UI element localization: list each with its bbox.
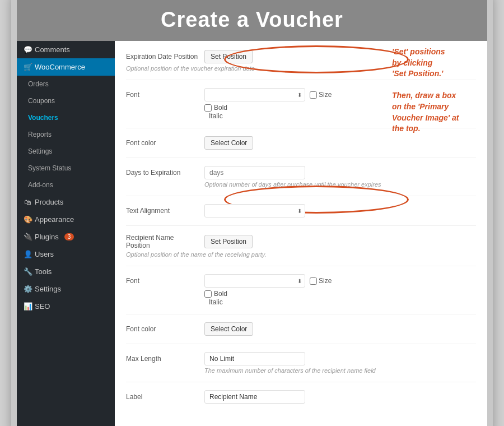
label-input[interactable] bbox=[204, 390, 305, 404]
settings-icon: ⚙️ bbox=[24, 285, 31, 293]
sidebar-label-vouchers: Vouchers bbox=[28, 114, 58, 122]
font-select-2[interactable] bbox=[204, 274, 305, 288]
recipient-name-position-field: Recipient Name Position Set Position bbox=[126, 234, 476, 249]
recipient-name-help: Optional position of the name of the rec… bbox=[126, 251, 476, 258]
select-color-btn-2[interactable]: Select Color bbox=[204, 322, 253, 336]
sidebar-item-comments[interactable]: 💬 Comments bbox=[17, 41, 115, 58]
sidebar-item-products[interactable]: 🛍 Products bbox=[17, 193, 115, 211]
sidebar-item-orders[interactable]: Orders bbox=[17, 76, 115, 92]
size-checkbox-2[interactable] bbox=[310, 277, 317, 285]
size-label-1: Size bbox=[310, 91, 332, 99]
sidebar-item-users[interactable]: 👤 Users bbox=[17, 246, 115, 263]
italic-checkbox-label-1: Italic bbox=[209, 112, 223, 120]
font-select-1[interactable] bbox=[204, 88, 305, 101]
bold-checkbox-1[interactable] bbox=[204, 104, 212, 112]
sidebar-item-system-status[interactable]: System Status bbox=[17, 160, 115, 177]
set-position-btn-2[interactable]: Set Position bbox=[204, 235, 253, 248]
title-area: Create a Voucher bbox=[17, 0, 487, 41]
sidebar-label-users: Users bbox=[35, 250, 54, 258]
text-alignment-label: Text Alignment bbox=[126, 207, 199, 215]
font-color-field-1: Font color Select Color bbox=[126, 136, 476, 150]
italic-checkbox-label-2: Italic bbox=[209, 298, 223, 306]
text-alignment-select[interactable] bbox=[204, 204, 305, 217]
recipient-name-position-row: Recipient Name Position Set Position Opt… bbox=[126, 234, 476, 266]
annotation-line7: Voucher Image' at bbox=[392, 113, 482, 124]
max-length-input[interactable] bbox=[204, 352, 305, 365]
size-text-2: Size bbox=[319, 277, 332, 285]
sidebar-item-addons[interactable]: Add-ons bbox=[17, 177, 115, 193]
days-expiration-label: Days to Expiration bbox=[126, 169, 199, 177]
font-color-field-2: Font color Select Color bbox=[126, 322, 476, 336]
bold-checkbox-2[interactable] bbox=[204, 290, 212, 298]
sidebar-item-settings[interactable]: ⚙️ Settings bbox=[17, 280, 115, 298]
woocommerce-icon: 🛒 bbox=[24, 63, 31, 71]
annotation-line6: on the 'Primary bbox=[392, 101, 482, 113]
outer-wrapper: Create a Voucher 💬 Comments 🛒 WooCommerc… bbox=[11, 0, 493, 426]
seo-icon: 📊 bbox=[24, 302, 31, 311]
main-area: 💬 Comments 🛒 WooCommerce Orders Coupons … bbox=[17, 41, 487, 426]
sidebar-item-coupons[interactable]: Coupons bbox=[17, 92, 115, 109]
sidebar-item-settings-wc[interactable]: Settings bbox=[17, 143, 115, 160]
font-color-content-2: Select Color bbox=[204, 322, 476, 336]
max-length-field: Max Length bbox=[126, 352, 476, 365]
text-alignment-select-wrapper bbox=[204, 204, 305, 217]
appearance-icon: 🎨 bbox=[24, 215, 31, 224]
page-title: Create a Voucher bbox=[17, 8, 487, 32]
sidebar-label-settings: Settings bbox=[35, 285, 61, 293]
sidebar-label-tools: Tools bbox=[35, 267, 52, 276]
annotation-line2: by clicking bbox=[392, 58, 482, 69]
font-color-content-1: Select Color bbox=[204, 136, 476, 150]
font-label-2: Font bbox=[126, 277, 199, 285]
text-alignment-row: Text Alignment bbox=[126, 204, 476, 226]
sidebar-label-appearance: Appearance bbox=[35, 215, 74, 224]
sidebar-label-comments: Comments bbox=[35, 45, 70, 54]
sidebar-item-tools[interactable]: 🔧 Tools bbox=[17, 263, 115, 280]
content-area: 'Set' positions by clicking 'Set Positio… bbox=[115, 41, 487, 426]
days-expiration-help: Optional number of days after purchase u… bbox=[204, 181, 476, 188]
font-select-wrapper-2 bbox=[204, 274, 305, 288]
days-expiration-input[interactable] bbox=[204, 166, 305, 179]
font-label-1: Font bbox=[126, 91, 199, 99]
sidebar-label-coupons: Coupons bbox=[28, 97, 55, 105]
sidebar-label-system-status: System Status bbox=[28, 164, 71, 172]
font-color-row-2: Font color Select Color bbox=[126, 322, 476, 344]
size-label-2: Size bbox=[310, 277, 332, 285]
label-field: Label bbox=[126, 390, 476, 404]
annotation-text: 'Set' positions by clicking 'Set Positio… bbox=[392, 47, 482, 135]
annotation-line1: 'Set' positions bbox=[392, 47, 482, 58]
italic-text-2: Italic bbox=[209, 298, 223, 306]
font-color-label-1: Font color bbox=[126, 139, 199, 147]
days-expiration-field: Days to Expiration bbox=[126, 166, 476, 179]
font-color-label-2: Font color bbox=[126, 325, 199, 333]
sidebar-item-vouchers[interactable]: Vouchers bbox=[17, 109, 115, 126]
size-checkbox-1[interactable] bbox=[310, 91, 317, 99]
bold-text-1: Bold bbox=[214, 104, 227, 112]
sidebar-item-seo[interactable]: 📊 SEO bbox=[17, 298, 115, 315]
annotation-line3: 'Set Position.' bbox=[392, 68, 482, 80]
sidebar-label-products: Products bbox=[35, 198, 63, 206]
set-position-btn-1[interactable]: Set Position bbox=[204, 50, 253, 63]
plugins-badge: 3 bbox=[64, 233, 74, 240]
expiration-date-label: Expiration Date Position bbox=[126, 53, 199, 61]
recipient-name-label: Recipient Name Position bbox=[126, 234, 199, 249]
sidebar-label-addons: Add-ons bbox=[28, 181, 53, 189]
days-expiration-content bbox=[204, 166, 476, 179]
font-color-row-1: Font color Select Color bbox=[126, 136, 476, 158]
bold-italic-row-2: Bold Italic bbox=[204, 290, 476, 306]
select-color-btn-1[interactable]: Select Color bbox=[204, 136, 253, 150]
font-content-2: Size bbox=[204, 274, 476, 288]
sidebar-item-appearance[interactable]: 🎨 Appearance bbox=[17, 211, 115, 228]
sidebar-label-settings-wc: Settings bbox=[28, 147, 52, 155]
annotation-line5: Then, draw a box bbox=[392, 90, 482, 101]
products-icon: 🛍 bbox=[24, 198, 31, 206]
sidebar-item-plugins[interactable]: 🔌 Plugins 3 bbox=[17, 228, 115, 246]
sidebar-item-reports[interactable]: Reports bbox=[17, 126, 115, 143]
label-content bbox=[204, 390, 476, 404]
font-select-wrapper-1 bbox=[204, 88, 305, 101]
bold-checkbox-label-2: Bold bbox=[204, 290, 476, 298]
days-expiration-row: Days to Expiration Optional number of da… bbox=[126, 166, 476, 196]
font-field-2: Font Size bbox=[126, 274, 476, 288]
sidebar-item-woocommerce[interactable]: 🛒 WooCommerce bbox=[17, 58, 115, 76]
max-length-help: The maximum number of characters of the … bbox=[204, 367, 476, 374]
users-icon: 👤 bbox=[24, 250, 31, 258]
